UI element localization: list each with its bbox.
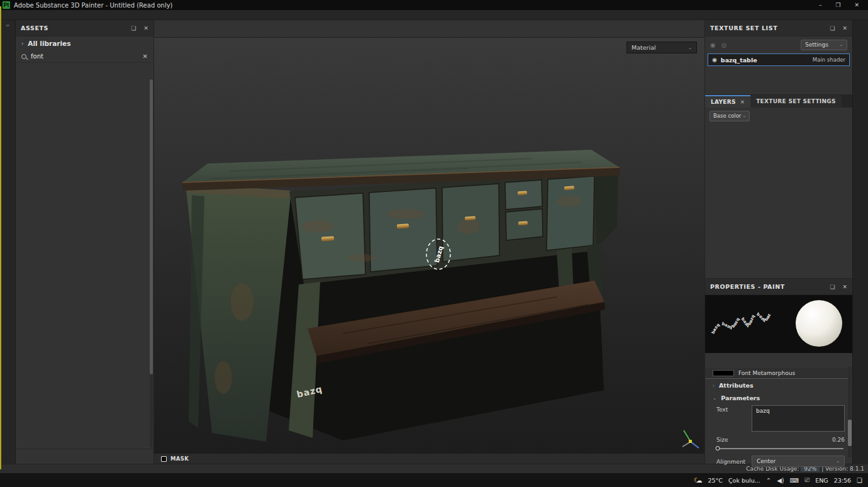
mask-label: MASK	[170, 456, 189, 462]
minimize-button[interactable]: –	[819, 2, 822, 8]
search-icon	[21, 54, 26, 59]
weather-icon[interactable]: ☾☁	[694, 476, 703, 484]
right-dock-strip	[852, 20, 868, 464]
parameters-section[interactable]: ⌄ Parameters	[705, 391, 852, 404]
texture-set-row[interactable]: ◉ bazq_table Main shader	[708, 53, 850, 66]
texture-set-list-title: TEXTURE SET LIST	[710, 25, 777, 31]
properties-panel: PROPERTIES - PAINT ❏ ✕ bazq bazq bazq ba…	[705, 278, 852, 464]
material-preview-sphere	[796, 300, 842, 347]
properties-scrollbar[interactable]	[848, 367, 852, 457]
texture-set-list-panel: TEXTURE SET LIST ❏ ✕ ◉ ◎ Settings ⌄ ◉	[705, 20, 852, 94]
mask-icon	[161, 456, 167, 462]
language-indicator[interactable]: ENG	[815, 477, 828, 484]
volume-icon[interactable]: ◀)	[777, 477, 784, 484]
assets-scrollbar[interactable]	[150, 79, 153, 447]
chevron-right-icon: ›	[713, 383, 715, 388]
alpha-name: Font Metamorphous	[738, 370, 795, 376]
title-bar: Pt Adobe Substance 3D Painter - Untitled…	[0, 0, 868, 10]
clear-search-icon[interactable]: ✕	[143, 53, 148, 60]
attributes-section[interactable]: › Attributes	[705, 379, 852, 391]
brush-toolbar	[154, 20, 704, 38]
alignment-param-label: Alignment	[716, 457, 745, 465]
tab-texture-set-settings[interactable]: TEXTURE SET SETTINGS	[750, 95, 842, 108]
viewport-3d[interactable]: bazq bazq Material	[154, 38, 704, 453]
close-panel-icon[interactable]: ✕	[143, 25, 148, 31]
dock-handle-icon: ≡	[6, 23, 10, 28]
tab-layers[interactable]: LAYERS ✕	[705, 95, 750, 108]
close-button[interactable]: ✕	[854, 2, 859, 8]
close-panel-icon[interactable]: ✕	[842, 284, 847, 290]
weather-temp[interactable]: 25°C	[708, 477, 723, 484]
texture-set-name: bazq_table	[721, 57, 757, 64]
svg-text:bazq bazq bazq bazq bazq bazq: bazq bazq bazq bazq bazq bazq bazq bazq …	[705, 295, 772, 335]
show-all-icon[interactable]: ◉	[710, 42, 716, 48]
shading-mode-dropdown[interactable]: Material ⌄	[626, 42, 697, 53]
shader-label: Main shader	[813, 57, 845, 63]
solo-icon[interactable]: ◎	[721, 42, 727, 48]
channel-selector-dropdown[interactable]: Base color ⌄	[709, 111, 750, 121]
clock[interactable]: 23:56	[834, 477, 851, 484]
alignment-dropdown[interactable]: Center ⌄	[752, 456, 845, 467]
alpha-swatch	[713, 370, 734, 376]
screen-edge-strip	[0, 6, 1, 469]
network-icon[interactable]: ⎚	[804, 476, 810, 484]
system-tray: ☾☁ 25°C Çok bulu... ⌃ ◀) ⌨ ⎚ ENG 23:56 ❏	[694, 476, 868, 484]
layers-empty-area[interactable]	[705, 124, 852, 278]
asset-filter-row	[16, 63, 153, 77]
weather-text[interactable]: Çok bulu...	[728, 477, 760, 484]
chevron-right-icon: ›	[21, 41, 23, 47]
chevron-down-icon: ⌄	[688, 45, 692, 50]
keyboard-icon[interactable]: ⌨	[790, 477, 799, 484]
mask-bar: MASK	[154, 453, 704, 464]
size-param-label: Size	[716, 437, 728, 443]
assets-panel: ASSETS ❏ ✕ › All libraries font ✕	[16, 20, 154, 464]
size-param-slider[interactable]	[718, 448, 843, 449]
maximize-button[interactable]: ❐	[835, 2, 840, 8]
properties-title: PROPERTIES - PAINT	[710, 283, 785, 290]
asset-grid	[16, 77, 153, 449]
alpha-resource-row[interactable]: Font Metamorphous	[705, 368, 852, 379]
chevron-down-icon: ⌄	[713, 395, 716, 401]
axis-gizmo	[682, 430, 699, 448]
chevron-down-icon: ⌄	[836, 459, 840, 464]
substance-painter-window: Pt Adobe Substance 3D Painter - Untitled…	[0, 0, 868, 487]
text-param-input[interactable]: bazq	[752, 405, 845, 432]
notification-icon[interactable]: ❏	[857, 477, 862, 484]
menu-bar	[0, 10, 868, 20]
tray-expand-icon[interactable]: ⌃	[766, 477, 771, 484]
brush-preview: bazq bazq bazq bazq bazq bazq bazq bazq …	[705, 295, 852, 353]
close-tab-icon[interactable]: ✕	[740, 99, 745, 105]
float-panel-icon[interactable]: ❏	[131, 25, 136, 31]
assets-bottom-toolbar	[16, 449, 153, 464]
library-selector[interactable]: › All libraries	[16, 36, 153, 50]
visibility-eye-icon[interactable]: ◉	[712, 57, 717, 63]
tool-strip: ≡	[0, 20, 16, 464]
chevron-down-icon: ⌄	[840, 42, 843, 47]
chevron-down-icon: ⌄	[743, 113, 746, 118]
layers-panel: LAYERS ✕ TEXTURE SET SETTINGS Base color…	[705, 94, 852, 278]
float-panel-icon[interactable]: ❏	[830, 25, 835, 31]
table-model: bazq bazq	[154, 38, 704, 453]
assets-panel-title: ASSETS	[21, 25, 48, 31]
size-param-value[interactable]: 0.26	[832, 437, 845, 443]
search-input[interactable]: font	[31, 53, 138, 60]
text-param-label: Text	[716, 405, 745, 432]
float-panel-icon[interactable]: ❏	[830, 284, 835, 290]
window-title: Adobe Substance 3D Painter - Untitled (R…	[14, 2, 172, 9]
windows-taskbar: ☾☁ 25°C Çok bulu... ⌃ ◀) ⌨ ⎚ ENG 23:56 ❏	[0, 473, 868, 487]
texture-set-settings-dropdown[interactable]: Settings ⌄	[801, 40, 847, 50]
app-icon: Pt	[3, 1, 10, 9]
close-panel-icon[interactable]: ✕	[842, 25, 847, 31]
properties-tabs	[705, 353, 852, 368]
